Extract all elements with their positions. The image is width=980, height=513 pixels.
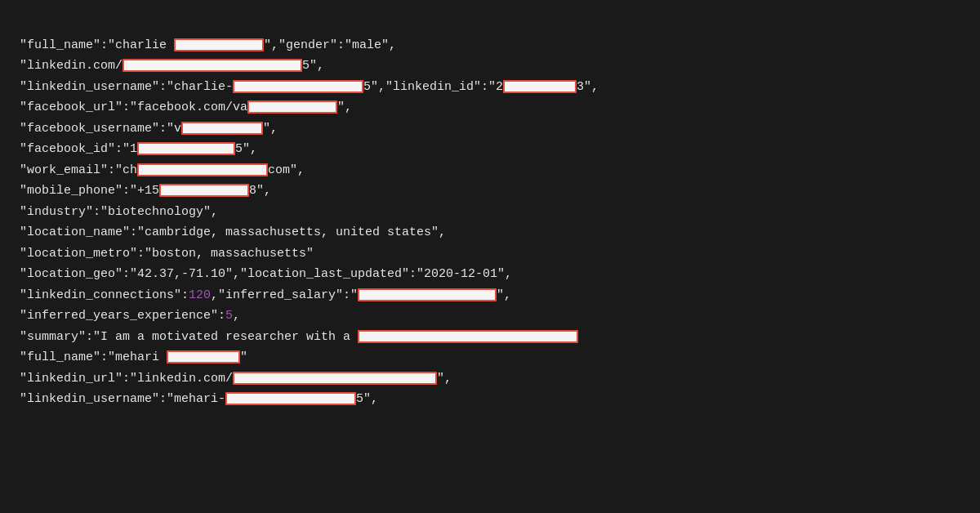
code-text: "linkedin_username":"mehari- xyxy=(20,392,225,406)
redacted-block xyxy=(225,392,356,405)
code-text: ", xyxy=(263,122,278,136)
redacted-block xyxy=(233,80,363,93)
code-text: "facebook_username":"v xyxy=(20,122,181,136)
redacted-block xyxy=(174,38,264,51)
code-text: "mobile_phone":"+15 xyxy=(20,184,159,198)
code-text: "facebook_url":"facebook.com/va xyxy=(20,100,247,114)
code-text: " xyxy=(240,350,247,364)
redacted-block xyxy=(137,163,268,176)
code-line: "facebook_id":"15", xyxy=(20,139,960,160)
code-text: "work_email":"ch xyxy=(20,163,137,177)
code-text: 8", xyxy=(249,184,271,198)
code-text: ","gender":"male", xyxy=(264,38,396,52)
code-line: "inferred_years_experience":5, xyxy=(20,306,960,327)
code-text: "industry":"biotechnology", xyxy=(20,205,218,219)
code-text: "location_geo":"42.37,-71.10","location_… xyxy=(20,267,512,281)
code-text: ", xyxy=(437,372,452,386)
code-text: 5", xyxy=(235,142,257,156)
redacted-block xyxy=(181,122,263,135)
code-line: "facebook_url":"facebook.com/va", xyxy=(20,97,960,118)
code-text: ,"inferred_salary":" xyxy=(211,288,358,302)
code-text: "full_name":"charlie xyxy=(20,38,174,52)
code-text: , xyxy=(233,309,240,323)
code-text: 5", xyxy=(302,59,324,73)
code-line: "work_email":"chcom", xyxy=(20,160,960,181)
code-text: "location_metro":"boston, massachusetts" xyxy=(20,247,314,261)
code-text: com", xyxy=(268,163,305,177)
code-text: "linkedin_url":"linkedin.com/ xyxy=(20,372,233,386)
code-text: "linkedin.com/ xyxy=(20,59,122,73)
code-line: "location_metro":"boston, massachusetts" xyxy=(20,243,960,265)
code-display: "full_name":"charlie ","gender":"male","… xyxy=(20,15,960,410)
code-line: "industry":"biotechnology", xyxy=(20,202,960,223)
code-line: "full_name":"mehari " xyxy=(20,347,960,368)
redacted-block xyxy=(167,350,240,364)
code-text: "linkedin_username":"charlie- xyxy=(20,80,233,94)
code-text: "location_name":"cambridge, massachusett… xyxy=(20,225,446,239)
redacted-block xyxy=(503,80,577,93)
redacted-block xyxy=(247,100,337,114)
code-line: "linkedin_username":"charlie-5","linkedi… xyxy=(20,77,960,98)
code-text: ", xyxy=(337,100,352,114)
redacted-block xyxy=(159,184,249,197)
redacted-block xyxy=(233,372,437,385)
code-line: "full_name":"charlie ","gender":"male", xyxy=(20,35,960,56)
code-line: "linkedin_url":"linkedin.com/", xyxy=(20,368,960,390)
code-text: "summary":"I am a motivated researcher w… xyxy=(20,330,358,344)
code-text: ", xyxy=(497,288,511,302)
code-line: "summary":"I am a motivated researcher w… xyxy=(20,327,960,348)
number-value: 120 xyxy=(189,288,211,302)
redacted-block xyxy=(358,288,497,301)
redacted-block xyxy=(358,330,578,343)
redacted-block xyxy=(122,59,302,72)
code-text: 3", xyxy=(577,80,599,94)
code-line: "mobile_phone":"+158", xyxy=(20,181,960,202)
code-text: "facebook_id":"1 xyxy=(20,142,137,156)
redacted-block xyxy=(137,142,235,155)
code-line: "linkedin_connections":120,"inferred_sal… xyxy=(20,285,960,306)
code-line: "linkedin_username":"mehari-5", xyxy=(20,389,960,410)
code-line: "location_geo":"42.37,-71.10","location_… xyxy=(20,264,960,285)
code-line: "linkedin.com/5", xyxy=(20,56,960,77)
code-text: 5","linkedin_id":"2 xyxy=(363,80,503,94)
code-line: "facebook_username":"v", xyxy=(20,118,960,140)
code-line: "location_name":"cambridge, massachusett… xyxy=(20,222,960,243)
code-text: 5", xyxy=(356,392,378,406)
code-text: "linkedin_connections": xyxy=(20,288,189,302)
number-value: 5 xyxy=(225,309,233,323)
code-text: "full_name":"mehari xyxy=(20,350,167,364)
code-text: "inferred_years_experience": xyxy=(20,309,225,323)
